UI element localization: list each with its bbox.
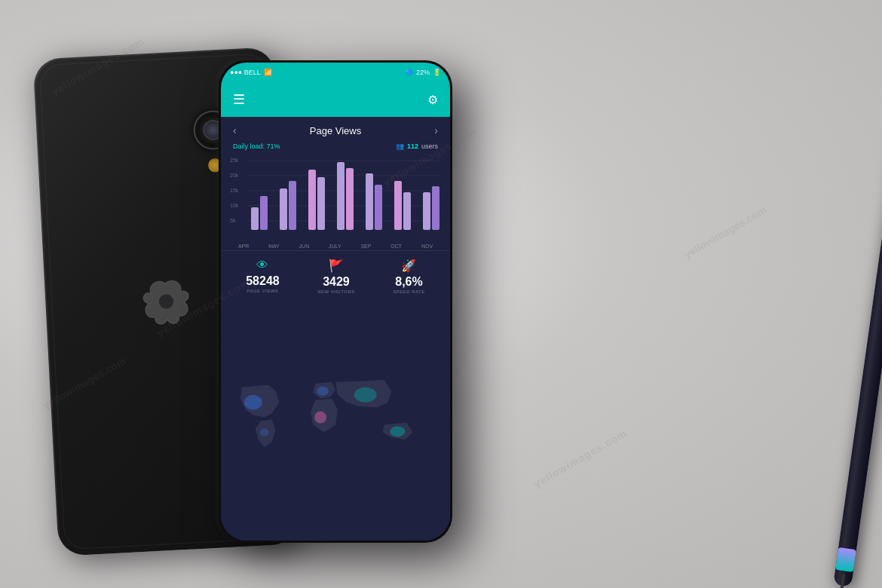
app-header: ☰ ⚙ — [221, 82, 450, 117]
svg-rect-13 — [280, 188, 287, 230]
stat-card-pageviews: 👁 58248 PAGE VIEWS — [246, 259, 280, 294]
brand-logo — [134, 270, 198, 333]
svg-rect-20 — [375, 185, 382, 230]
page-views-title: Page Views — [310, 125, 361, 136]
battery-icon: 🔋 — [433, 69, 441, 76]
speed-value: 8,6% — [393, 276, 425, 288]
svg-point-27 — [354, 387, 377, 403]
daily-load: Daily load: 71% — [233, 142, 280, 150]
svg-rect-15 — [308, 170, 316, 230]
svg-rect-22 — [403, 192, 411, 230]
speed-label: SPEED RATE — [393, 289, 425, 294]
prev-arrow-icon[interactable]: ‹ — [233, 124, 237, 136]
chart-area: 25k 20k 15k 10k 5k — [221, 155, 450, 242]
hamburger-menu-icon[interactable]: ☰ — [233, 91, 245, 108]
settings-gear-icon[interactable]: ⚙ — [427, 93, 438, 107]
svg-text:5k: 5k — [230, 218, 236, 223]
pageviews-value: 58248 — [246, 275, 280, 287]
svg-text:15k: 15k — [230, 188, 239, 193]
stylus-bottom-accent — [835, 547, 856, 572]
next-arrow-icon[interactable]: › — [434, 124, 438, 136]
bluetooth-icon: 🔷 — [405, 69, 413, 76]
flag-icon: 🚩 — [317, 259, 355, 273]
month-nov: NOV — [421, 243, 433, 249]
wifi-icon: 📶 — [264, 69, 272, 76]
phone-screen-container: ●●● BELL 📶 🔷 22% 🔋 ☰ ⚙ ‹ Page V — [221, 63, 450, 541]
month-oct: OCT — [390, 243, 402, 249]
svg-point-30 — [260, 428, 269, 436]
svg-text:20k: 20k — [230, 173, 239, 178]
app-screen: ●●● BELL 📶 🔷 22% 🔋 ☰ ⚙ ‹ Page V — [221, 63, 450, 541]
daily-load-label: Daily load: — [233, 142, 265, 150]
month-labels: APR MAY JUN JULY SEP OCT NOV — [221, 242, 450, 250]
status-bar: ●●● BELL 📶 🔷 22% 🔋 — [221, 63, 450, 82]
month-sep: SEP — [360, 243, 371, 249]
stat-card-visitors: 🚩 3429 NEW VISITORS — [317, 259, 355, 294]
page-views-header: ‹ Page Views › — [221, 117, 450, 141]
month-may: MAY — [268, 243, 280, 249]
month-jun: JUN — [299, 243, 310, 249]
svg-rect-18 — [346, 168, 354, 230]
month-july: JULY — [329, 243, 341, 249]
svg-rect-14 — [289, 181, 296, 230]
svg-text:10k: 10k — [230, 203, 239, 208]
stat-card-speed: 🚀 8,6% SPEED RATE — [393, 259, 425, 294]
svg-rect-12 — [260, 196, 268, 230]
users-info: 👥 112 users — [396, 142, 438, 150]
world-map — [221, 302, 450, 541]
svg-point-28 — [314, 412, 326, 424]
svg-point-26 — [317, 387, 329, 396]
svg-point-25 — [244, 395, 262, 410]
pageviews-label: PAGE VIEWS — [246, 289, 280, 293]
svg-rect-21 — [394, 181, 402, 230]
status-bar-left: ●●● BELL 📶 — [230, 69, 272, 76]
month-apr: APR — [238, 243, 249, 249]
stats-row: Daily load: 71% 👥 112 users — [221, 141, 450, 155]
world-map-svg — [227, 306, 444, 536]
users-icon: 👥 — [396, 142, 404, 150]
eye-icon: 👁 — [246, 259, 280, 272]
app-body: ‹ Page Views › Daily load: 71% 👥 112 use… — [221, 117, 450, 541]
battery-text: 22% — [416, 69, 430, 76]
svg-text:25k: 25k — [230, 158, 239, 163]
users-label: users — [421, 142, 438, 150]
svg-rect-23 — [423, 192, 430, 230]
svg-rect-11 — [251, 207, 259, 230]
status-bar-right: 🔷 22% 🔋 — [405, 69, 441, 76]
visitors-label: NEW VISITORS — [317, 289, 355, 294]
rocket-icon: 🚀 — [393, 259, 425, 273]
svg-rect-17 — [337, 162, 345, 230]
svg-rect-19 — [366, 173, 373, 230]
svg-rect-16 — [317, 177, 325, 230]
daily-load-value: 71% — [267, 142, 280, 150]
carrier-text: ●●● BELL — [230, 69, 261, 76]
stats-cards: 👁 58248 PAGE VIEWS 🚩 3429 NEW VISITORS 🚀… — [221, 250, 450, 302]
svg-rect-24 — [432, 186, 439, 230]
users-count: 112 — [407, 142, 418, 150]
bar-chart: 25k 20k 15k 10k 5k — [228, 155, 443, 237]
visitors-value: 3429 — [317, 276, 355, 288]
phone-front: ●●● BELL 📶 🔷 22% 🔋 ☰ ⚙ ‹ Page V — [219, 60, 452, 543]
svg-point-29 — [390, 426, 405, 436]
stylus-tip — [841, 574, 846, 588]
